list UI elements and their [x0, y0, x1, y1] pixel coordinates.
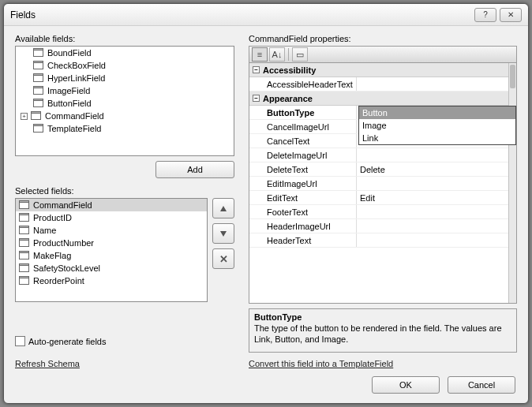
field-label: ProductID [33, 213, 72, 222]
collapse-icon[interactable]: − [253, 66, 260, 73]
property-footertext[interactable]: FooterText [249, 205, 508, 219]
property-value[interactable] [357, 148, 508, 162]
description-title: ButtonType [254, 312, 511, 322]
cancel-button[interactable]: Cancel [448, 376, 515, 394]
properties-label: CommandField properties: [249, 34, 517, 43]
selected-field-productid[interactable]: ProductID [16, 211, 207, 224]
dropdown-option-image[interactable]: Image [359, 119, 515, 132]
field-label: ImageField [47, 86, 90, 95]
field-label: ReorderPoint [33, 276, 84, 286]
field-icon [19, 226, 30, 235]
move-up-button[interactable] [212, 198, 234, 218]
field-icon [33, 73, 44, 83]
field-label: ProductNumber [33, 238, 94, 248]
field-label: CommandField [33, 200, 92, 210]
property-pages-button[interactable]: ▭ [292, 47, 308, 62]
property-name: CancelText [249, 134, 357, 147]
dropdown-option-link[interactable]: Link [359, 132, 515, 144]
category-label: Appearance [263, 94, 313, 103]
available-field-checkboxfield[interactable]: CheckBoxField [16, 59, 234, 72]
buttontype-dropdown[interactable]: ButtonImageLink [358, 106, 516, 145]
scrollbar-thumb[interactable] [510, 65, 515, 88]
property-toolbar: ≡ A↓ ▭ [249, 46, 517, 63]
property-value[interactable] [357, 177, 508, 190]
available-fields-list[interactable]: BoundFieldCheckBoxFieldHyperLinkFieldIma… [15, 46, 234, 156]
available-field-boundfield[interactable]: BoundField [16, 47, 234, 59]
available-field-hyperlinkfield[interactable]: HyperLinkField [16, 72, 234, 84]
property-value[interactable] [357, 233, 508, 247]
arrow-down-icon [220, 231, 227, 237]
property-grid[interactable]: −AccessibilityAccessibleHeaderText−Appea… [249, 63, 517, 304]
categorized-button[interactable]: ≡ [252, 47, 268, 62]
ok-button[interactable]: OK [372, 376, 440, 394]
selected-field-reorderpoint[interactable]: ReorderPoint [16, 274, 207, 287]
available-field-templatefield[interactable]: TemplateField [16, 122, 234, 135]
property-accessibleheadertext[interactable]: AccessibleHeaderText [249, 77, 508, 91]
property-name: DeleteImageUrl [249, 148, 357, 162]
convert-template-link[interactable]: Convert this field into a TemplateField [249, 359, 393, 368]
property-edittext[interactable]: EditTextEdit [249, 191, 508, 205]
fields-dialog: Fields ? ✕ Available fields: BoundFieldC… [3, 3, 529, 404]
selected-fields-list[interactable]: CommandFieldProductIDNameProductNumberMa… [15, 198, 208, 302]
selected-field-safetystocklevel[interactable]: SafetyStockLevel [16, 262, 207, 274]
field-label: Name [33, 226, 56, 235]
selected-field-commandfield[interactable]: CommandField [16, 199, 207, 211]
close-button[interactable]: ✕ [500, 8, 522, 22]
field-label: MakeFlag [33, 251, 71, 260]
selected-field-productnumber[interactable]: ProductNumber [16, 237, 207, 249]
field-label: ButtonField [47, 99, 92, 108]
move-down-button[interactable] [212, 223, 234, 244]
field-icon [31, 111, 42, 121]
property-value[interactable] [357, 219, 508, 233]
selected-field-makeflag[interactable]: MakeFlag [16, 249, 207, 262]
dropdown-option-button[interactable]: Button [359, 106, 515, 119]
available-fields-label: Available fields: [15, 34, 234, 43]
window-title: Fields [10, 9, 471, 21]
categorized-icon: ≡ [257, 50, 262, 59]
property-pages-icon: ▭ [296, 50, 304, 60]
category-accessibility[interactable]: −Accessibility [249, 63, 508, 77]
property-name: ButtonType [249, 106, 357, 119]
property-name: HeaderText [249, 233, 357, 247]
collapse-icon[interactable]: − [253, 95, 260, 102]
description-text: The type of the button to be rendered in… [254, 323, 511, 345]
property-headerimageurl[interactable]: HeaderImageUrl [249, 219, 508, 233]
add-button[interactable]: Add [155, 161, 234, 178]
x-icon: ✕ [219, 253, 228, 265]
auto-generate-checkbox[interactable] [15, 336, 25, 346]
property-value[interactable] [357, 205, 508, 218]
property-value[interactable] [357, 77, 508, 91]
refresh-schema-link[interactable]: Refresh Schema [15, 359, 234, 368]
help-button[interactable]: ? [474, 8, 496, 22]
field-icon [33, 124, 44, 133]
property-name: FooterText [249, 205, 357, 218]
alphabetical-button[interactable]: A↓ [269, 47, 285, 62]
available-field-buttonfield[interactable]: ButtonField [16, 97, 234, 110]
available-field-imagefield[interactable]: ImageField [16, 84, 234, 97]
property-value[interactable]: Delete [357, 162, 508, 176]
field-icon [19, 213, 30, 222]
category-label: Accessibility [263, 65, 316, 75]
scrollbar[interactable] [508, 63, 516, 303]
expand-icon[interactable]: + [21, 113, 28, 120]
property-deleteimageurl[interactable]: DeleteImageUrl [249, 148, 508, 162]
property-value[interactable]: Edit [357, 191, 508, 204]
auto-generate-label: Auto-generate fields [28, 337, 106, 346]
property-editimageurl[interactable]: EditImageUrl [249, 177, 508, 191]
category-appearance[interactable]: −Appearance [249, 91, 508, 106]
field-label: HyperLinkField [47, 73, 105, 83]
property-name: AccessibleHeaderText [249, 77, 357, 91]
delete-button[interactable]: ✕ [212, 248, 234, 269]
field-label: CheckBoxField [47, 61, 106, 70]
property-deletetext[interactable]: DeleteTextDelete [249, 162, 508, 177]
property-name: EditText [249, 191, 357, 204]
field-icon [33, 99, 44, 108]
selected-field-name[interactable]: Name [16, 224, 207, 237]
field-icon [33, 48, 44, 58]
property-headertext[interactable]: HeaderText [249, 233, 508, 248]
selected-fields-label: Selected fields: [15, 186, 234, 196]
titlebar: Fields ? ✕ [4, 4, 528, 26]
property-name: DeleteText [249, 162, 357, 176]
field-label: CommandField [45, 111, 104, 121]
available-field-commandfield[interactable]: +CommandField [16, 110, 234, 122]
